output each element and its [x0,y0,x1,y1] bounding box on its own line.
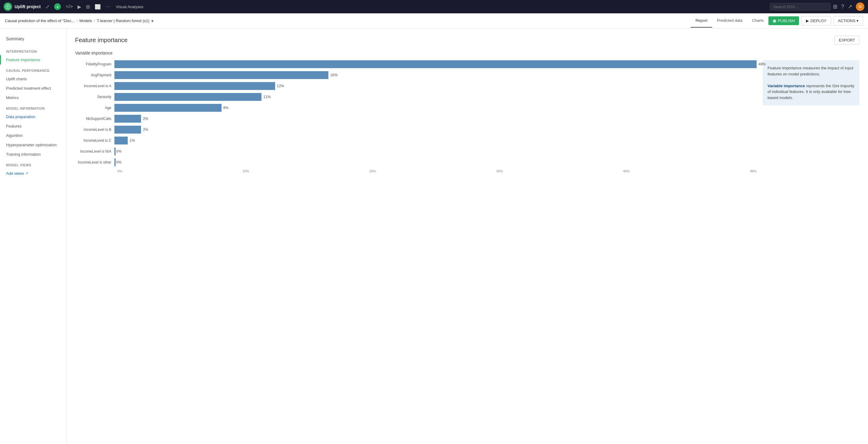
external-link-icon[interactable]: ↗ [848,3,852,10]
bar-chart: FidelityProgram 48% AvgPayment 16% Incom… [75,60,756,182]
header-tabs: Report Predicted data Charts [691,14,768,28]
bar-container: 12% [115,82,756,90]
publish-button[interactable]: ▣ PUBLISH [768,17,799,25]
info-bold: Variable importance [768,84,805,88]
tab-predicted-data[interactable]: Predicted data [712,14,747,28]
chart-area: FidelityProgram 48% AvgPayment 16% Incom… [75,60,860,182]
export-button[interactable]: EXPORT [834,36,860,45]
bar-row: NbSupportCalls 2% [75,115,756,123]
bar-pct-label: 0% [116,160,121,165]
actions-button[interactable]: ACTIONS ▾ [834,16,863,25]
help-icon[interactable]: ? [841,4,844,10]
topbar: Uplift project ⤢ ● </> ▶ ⊞ ⬜ ··· Visual … [0,0,868,13]
breadcrumb-current: T-learner | Random forest (s1) [97,19,150,23]
bar-pct-label: 2% [143,117,148,121]
bar-chart-container: FidelityProgram 48% AvgPayment 16% Incom… [75,60,756,182]
bar-label: IncomeLevel is A [75,84,115,88]
breadcrumb-sep2: / [94,19,95,23]
sidebar-item-feature-importance[interactable]: Feature importance [0,55,66,64]
bar-container: 11% [115,93,756,101]
bar-container: 1% [115,137,756,145]
publish-icon: ▣ [773,19,776,23]
bar-fill [115,115,141,123]
chart-icon[interactable]: ⬜ [95,4,101,10]
breadcrumb-root[interactable]: Causal prediction of the effect of "Disc… [5,19,75,23]
sidebar-item-uplift-charts[interactable]: Uplift charts [0,74,66,84]
bar-row: IncomeLevel is A 12% [75,82,756,90]
deploy-button[interactable]: ▶ DEPLOY [801,16,831,25]
tab-charts[interactable]: Charts [747,14,768,28]
bar-pct-label: 12% [277,84,284,88]
user-avatar[interactable]: U [856,2,864,11]
project-name: Uplift project [14,4,40,9]
bar-row: IncomeLevel is N/A 0% [75,148,756,155]
bar-label: IncomeLevel is N/A [75,149,115,153]
sidebar: Summary INTERPRETATION Feature importanc… [0,28,67,444]
bar-pct-label: 11% [263,95,271,99]
breadcrumb-dropdown-btn[interactable]: ▾ [151,19,153,23]
x-tick: 30% [496,169,503,173]
sidebar-section-model-views: MODEL VIEWS [0,159,66,169]
bar-row: IncomeLevel is C 1% [75,137,756,145]
sidebar-item-predicted-treatment[interactable]: Predicted treatment effect [0,84,66,93]
bar-row: FidelityProgram 48% [75,60,756,68]
content-area: Feature importance EXPORT Variable impor… [67,28,868,444]
sidebar-section-causal: CAUSAL PERFORMANCE [0,64,66,74]
bar-label: Age [75,106,115,110]
x-tick: 40% [623,169,630,173]
apps-icon[interactable]: ⊞ [833,3,837,10]
bar-pct-label: 16% [330,73,337,77]
more-icon[interactable]: ··· [105,4,110,9]
sidebar-item-summary[interactable]: Summary [0,33,66,46]
bar-fill [115,60,756,68]
sidebar-item-features[interactable]: Features [0,121,66,131]
sidebar-item-algorithm[interactable]: Algorithm [0,131,66,140]
x-axis: 0%10%20%30%40%48% [117,169,756,173]
breadcrumb: Causal prediction of the effect of "Disc… [5,19,691,23]
sidebar-item-add-views[interactable]: Add views ↗ [0,169,66,178]
sidebar-section-interpretation: INTERPRETATION [0,46,66,55]
bar-label: IncomeLevel is C [75,139,115,143]
breadcrumb-models[interactable]: Models [79,19,92,23]
bar-pct-label: 48% [758,62,766,66]
share-icon[interactable]: ⤢ [45,4,49,10]
run-icon[interactable]: ▶ [78,4,81,10]
bar-fill [115,93,261,101]
bar-row: IncomeLevel is other 0% [75,158,756,166]
app-logo[interactable] [4,2,12,11]
info-text1: Feature importance measures the impact o… [768,66,853,76]
bar-fill [115,148,116,155]
bar-container: 8% [115,104,756,112]
bar-container: 2% [115,126,756,134]
green-logo-icon[interactable]: ● [54,3,61,10]
x-tick: 48% [750,169,756,173]
sidebar-item-data-preparation[interactable]: Data preparation [0,112,66,121]
section-label: Visual Analyses [116,4,144,9]
sidebar-item-hyperparameter[interactable]: Hyperparameter optimization [0,140,66,150]
bar-container: 48% [115,60,756,68]
bar-pct-label: 1% [129,139,135,143]
bar-label: IncomeLevel is other [75,160,115,165]
bar-row: Seniority 11% [75,93,756,101]
bar-container: 16% [115,71,756,79]
topbar-right: ⊞ ? ↗ U [833,2,864,11]
bar-fill [115,104,221,112]
info-box: Feature importance measures the impact o… [763,60,860,106]
search-input[interactable] [770,3,831,10]
bar-label: IncomeLevel is B [75,127,115,132]
bar-fill [115,126,141,134]
bar-label: NbSupportCalls [75,117,115,121]
page-title: Feature importance [75,37,127,43]
x-tick: 10% [242,169,249,173]
bar-container: 0% [115,148,756,155]
sidebar-item-metrics[interactable]: Metrics [0,93,66,102]
tab-report[interactable]: Report [691,14,712,28]
breadcrumb-sep1: / [76,19,78,23]
sidebar-item-training-info[interactable]: Training information [0,150,66,159]
code-icon[interactable]: </> [66,4,73,9]
bar-container: 0% [115,158,756,166]
bar-fill [115,82,275,90]
topbar-tool-icons: ⤢ ● </> ▶ ⊞ ⬜ ··· [45,3,110,10]
header-actions: ▣ PUBLISH ▶ DEPLOY ACTIONS ▾ [768,16,863,25]
data-icon[interactable]: ⊞ [86,4,90,10]
